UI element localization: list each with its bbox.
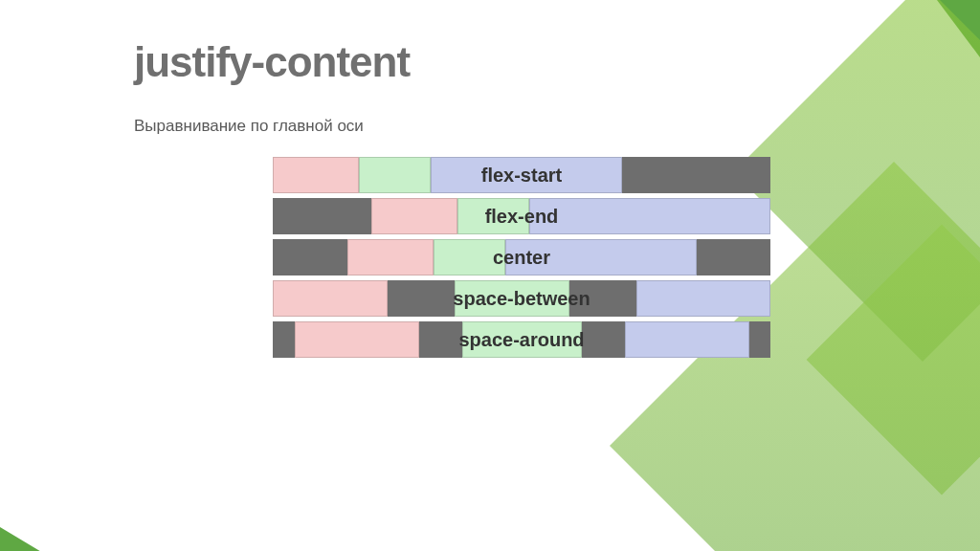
flex-item-blue (505, 239, 697, 276)
justify-content-diagram: flex-start flex-end center space-between (273, 157, 770, 358)
row-flex-end: flex-end (273, 198, 770, 234)
slide-title: justify-content (134, 38, 804, 86)
flex-item-pink (371, 198, 457, 234)
flex-item-pink (295, 321, 419, 358)
flex-item-pink (273, 280, 388, 317)
row-center: center (273, 239, 770, 276)
flex-item-pink (347, 239, 434, 276)
decor-triangle-bottom-left (0, 527, 48, 551)
flex-item-pink (273, 157, 359, 193)
flex-item-blue (625, 321, 749, 358)
flex-item-green (359, 157, 431, 193)
flex-item-green (457, 198, 529, 234)
slide-content: justify-content Выравнивание по главной … (134, 38, 804, 363)
row-space-between: space-between (273, 280, 770, 317)
row-space-around: space-around (273, 321, 770, 358)
flex-item-blue (431, 157, 622, 193)
flex-item-green (462, 321, 582, 358)
slide-subtitle: Выравнивание по главной оси (134, 117, 804, 136)
flex-item-blue (529, 198, 770, 234)
flex-item-green (455, 280, 569, 317)
flex-item-green (434, 239, 505, 276)
row-flex-start: flex-start (273, 157, 770, 193)
flex-item-blue (636, 280, 770, 317)
